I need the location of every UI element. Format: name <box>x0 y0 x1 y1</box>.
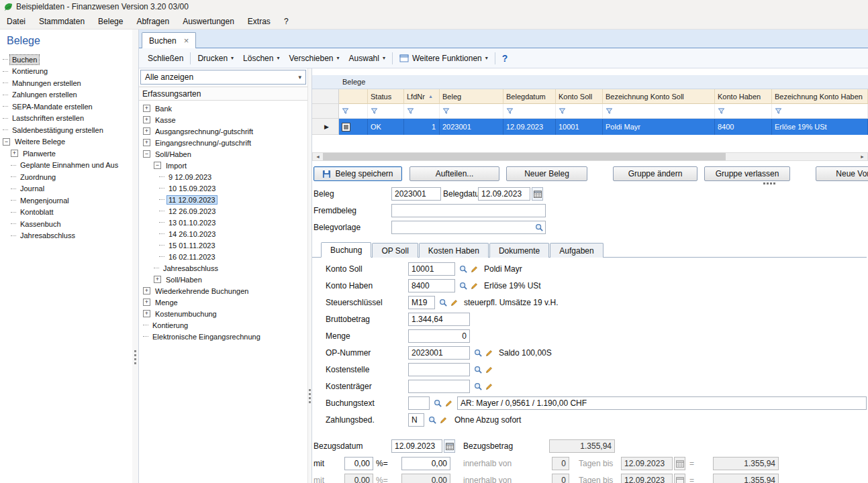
grid-selected-row[interactable]: ▶ OK 1 2023001 12.09.2023 10001 Poldi Ma… <box>312 119 868 135</box>
expand-plus-icon[interactable]: + <box>143 127 150 135</box>
row-checkbox-cell[interactable] <box>339 119 368 135</box>
menu-stammdaten[interactable]: Stammdaten <box>32 14 91 29</box>
beleg-input[interactable]: 2023001 <box>391 187 441 201</box>
konto-soll-edit-button[interactable] <box>469 262 480 276</box>
sidebar-item-kassenbuch[interactable]: Kassenbuch <box>0 218 132 230</box>
tab-close-icon[interactable]: × <box>184 36 189 45</box>
tab-op-soll[interactable]: OP Soll <box>372 243 418 258</box>
konto-haben-edit-button[interactable] <box>469 279 480 292</box>
skonto-prozent-input[interactable]: 0,00 <box>344 457 373 470</box>
weitere-funktionen-button[interactable]: Weitere Funktionen▾ <box>395 51 493 66</box>
column-header-beleg[interactable]: Beleg <box>440 89 503 104</box>
gruppe-aendern-button[interactable]: Gruppe ändern <box>613 166 697 181</box>
column-header-lfdnr[interactable]: LfdNr▲ <box>404 89 440 104</box>
column-header-belegdatum[interactable]: Belegdatum <box>503 89 556 104</box>
gruppe-verlassen-button[interactable]: Gruppe verlassen <box>704 166 790 181</box>
kostentraeger-edit-button[interactable] <box>483 380 495 393</box>
menu-extras[interactable]: Extras <box>241 14 277 29</box>
tree-item-beleg-11[interactable]: 11 12.09.2023 <box>139 194 307 205</box>
expand-plus-icon[interactable]: + <box>143 287 150 294</box>
sidebar-item-mengenjournal[interactable]: Mengenjournal <box>0 195 132 207</box>
menge-input[interactable]: 0 <box>408 329 470 343</box>
sidebar-item-geplante-einnahmen[interactable]: Geplante Einnahmen und Aus <box>0 160 132 172</box>
kostenstelle-lookup-button[interactable] <box>472 363 483 376</box>
op-nummer-edit-button[interactable] <box>483 346 495 360</box>
zahlungsbedingung-lookup-button[interactable] <box>426 413 438 427</box>
tree-item-bank[interactable]: +Bank <box>139 103 307 114</box>
tree-item-wiederkehrende-buchungen[interactable]: +Wiederkehrende Buchungen <box>139 285 307 297</box>
tree-item-elektronische-eingangsrechnung[interactable]: Elektronische Eingangsrechnung <box>139 331 307 342</box>
column-header-konto-soll[interactable]: Konto Soll <box>556 89 603 104</box>
buchungstext-edit-button[interactable] <box>443 396 454 410</box>
tree-item-kontierung[interactable]: Kontierung <box>139 319 307 331</box>
tree-item-beleg-15[interactable]: 15 01.11.2023 <box>139 239 307 251</box>
filter-cell-lfdnr[interactable] <box>404 104 440 119</box>
tree-item-beleg-12[interactable]: 12 26.09.2023 <box>139 205 307 217</box>
buchungstext-lookup-button[interactable] <box>432 396 443 410</box>
tree-item-eingangsrechnung[interactable]: +Eingangsrechnung/-gutschrift <box>139 137 307 148</box>
panel-splitter[interactable] <box>307 68 312 483</box>
sidebar-item-weitere-belege[interactable]: −Weitere Belege <box>0 136 132 148</box>
verschieben-button[interactable]: Verschieben▾ <box>284 51 344 66</box>
tree-item-soll-haben[interactable]: −Soll/Haben <box>139 148 307 160</box>
expand-plus-icon[interactable]: + <box>143 310 150 317</box>
tree-item-kasse[interactable]: +Kasse <box>139 114 307 125</box>
tree-item-beleg-16[interactable]: 16 02.11.2023 <box>139 251 307 262</box>
sidebar-item-lastschriften-erstellen[interactable]: Lastschriften erstellen <box>0 113 132 125</box>
tab-aufgaben[interactable]: Aufgaben <box>550 243 603 258</box>
fremdbeleg-input[interactable] <box>391 204 546 217</box>
sidebar-item-journal[interactable]: Journal <box>0 183 132 195</box>
collapse-minus-icon[interactable]: − <box>154 162 161 169</box>
belegvorlage-input[interactable] <box>391 221 546 234</box>
kostentraeger-lookup-button[interactable] <box>472 380 483 393</box>
tree-item-beleg-13[interactable]: 13 01.10.2023 <box>139 217 307 228</box>
tab-buchen[interactable]: Buchen × <box>142 32 196 48</box>
tree-item-beleg-9[interactable]: 9 12.09.2023 <box>139 171 307 182</box>
filter-cell-belegdatum[interactable] <box>503 104 556 119</box>
filter-cell-konto-haben[interactable] <box>715 104 772 119</box>
column-header-konto-haben[interactable]: Konto Haben <box>715 89 772 104</box>
sidebar-item-jahresabschluss[interactable]: Jahresabschluss <box>0 230 132 242</box>
filter-cell-beleg[interactable] <box>440 104 503 119</box>
drucken-button[interactable]: Drucken▾ <box>193 51 238 66</box>
kostenstelle-input[interactable] <box>408 363 470 376</box>
loeschen-button[interactable]: Löschen▾ <box>238 51 284 66</box>
kostentraeger-input[interactable] <box>408 380 470 393</box>
tree-item-ausgangsrechnung[interactable]: +Ausgangsrechnung/-gutschrift <box>139 125 307 137</box>
schliessen-button[interactable]: Schließen <box>143 51 188 66</box>
buchungstext-input[interactable]: AR: Mayer / 0,9561 / 1.190,00 CHF <box>457 396 867 410</box>
filter-cell-status[interactable] <box>368 104 404 119</box>
menu-datei[interactable]: Datei <box>0 14 32 29</box>
collapse-minus-icon[interactable]: − <box>143 150 150 158</box>
scrollbar-thumb[interactable] <box>323 153 726 160</box>
sidebar-item-zahlungen-erstellen[interactable]: Zahlungen erstellen <box>0 89 132 101</box>
sidebar-item-kontoblatt[interactable]: Kontoblatt <box>0 207 132 219</box>
tab-dokumente[interactable]: Dokumente <box>489 243 549 258</box>
skonto-betrag-input[interactable]: 0,00 <box>401 457 450 470</box>
scroll-left-button[interactable]: ◄ <box>313 153 323 160</box>
konto-soll-lookup-button[interactable] <box>457 262 469 276</box>
beleg-speichern-button[interactable]: Beleg speichern <box>314 166 402 181</box>
neue-vorlage-button[interactable]: Neue Vorla <box>816 166 868 181</box>
collapse-minus-icon[interactable]: − <box>3 138 10 146</box>
sidebar-item-buchen[interactable]: Buchen <box>0 54 132 66</box>
tree-item-soll-haben-2[interactable]: +Soll/Haben <box>139 274 307 285</box>
bezugsdatum-calendar-button[interactable] <box>444 439 455 453</box>
expand-plus-icon[interactable]: + <box>143 105 150 112</box>
belegvorlage-lookup-button[interactable] <box>533 221 544 234</box>
tab-buchung[interactable]: Buchung <box>321 242 371 258</box>
bezugsdatum-input[interactable]: 12.09.2023 <box>391 439 442 453</box>
neuer-beleg-button[interactable]: Neuer Beleg <box>506 166 587 181</box>
scroll-right-button[interactable]: ► <box>857 153 867 160</box>
buchungstext-code-input[interactable] <box>408 396 430 410</box>
sidebar-item-zuordnung[interactable]: Zuordnung <box>0 171 132 183</box>
tab-kosten-haben[interactable]: Kosten Haben <box>419 243 489 258</box>
menu-hilfe[interactable]: ? <box>277 14 295 29</box>
expand-plus-icon[interactable]: + <box>143 299 150 306</box>
belegdatum-input[interactable]: 12.09.2023 <box>478 187 530 201</box>
filter-cell-bezeichnung-konto-soll[interactable] <box>603 104 715 119</box>
sidebar-item-sepa-mandate-erstellen[interactable]: SEPA-Mandate erstellen <box>0 101 132 113</box>
steuerschluessel-lookup-button[interactable] <box>437 296 448 309</box>
filter-cell-konto-soll[interactable] <box>556 104 603 119</box>
op-nummer-lookup-button[interactable] <box>472 346 483 360</box>
